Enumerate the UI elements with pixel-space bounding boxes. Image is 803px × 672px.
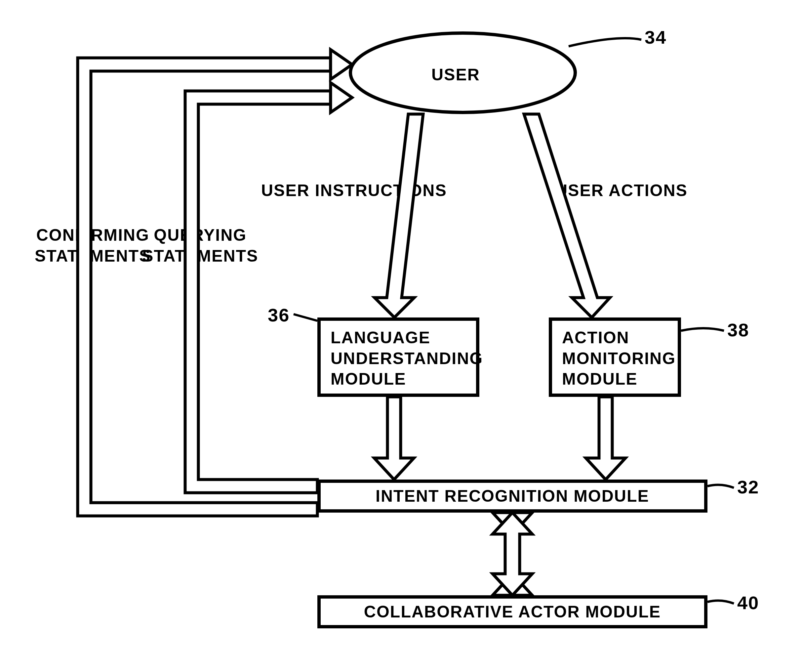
- ref-collab: 40: [737, 592, 759, 613]
- svg-marker-12: [331, 50, 352, 80]
- collab-module-text: COLLABORATIVE ACTOR MODULE: [331, 602, 694, 622]
- confirming-statements-label: CONFIRMINGSTATEMENTS: [35, 225, 151, 266]
- language-understanding-module: LANGUAGEUNDERSTANDINGMODULE: [317, 317, 480, 397]
- svg-marker-6: [524, 114, 610, 317]
- arrow-user-actions: [524, 114, 610, 317]
- intent-module-text: INTENT RECOGNITION MODULE: [331, 486, 694, 507]
- querying-statements-label: QUERYINGSTATEMENTS: [142, 225, 258, 266]
- action-module-text: ACTIONMONITORINGMODULE: [562, 327, 676, 390]
- diagram-canvas: USER LANGUAGEUNDERSTANDINGMODULE ACTIONM…: [0, 0, 803, 672]
- arrow-intent-collab-clean: [493, 513, 532, 595]
- arrow-action-to-intent: [586, 397, 626, 480]
- intent-recognition-module: INTENT RECOGNITION MODULE: [317, 480, 707, 513]
- ref-user: 34: [645, 26, 666, 48]
- ref-intent: 32: [737, 476, 759, 498]
- language-module-text: LANGUAGEUNDERSTANDINGMODULE: [331, 327, 483, 390]
- svg-marker-7: [374, 397, 414, 480]
- arrow-querying: [185, 83, 352, 493]
- user-actions-label: USER ACTIONS: [555, 180, 688, 201]
- svg-marker-13: [331, 83, 352, 112]
- svg-rect-10: [506, 532, 519, 576]
- arrow-language-to-intent: [374, 397, 414, 480]
- arrow-user-instructions: [375, 114, 423, 317]
- user-instructions-label: USER INSTRUCTIONS: [261, 180, 447, 201]
- svg-marker-11: [493, 574, 532, 595]
- svg-marker-8: [586, 397, 626, 480]
- svg-line-1: [294, 314, 317, 321]
- svg-marker-9: [493, 513, 532, 534]
- ref-action: 38: [727, 319, 749, 341]
- arrow-intent-collab: [493, 513, 532, 595]
- ref-language: 36: [268, 304, 289, 326]
- svg-marker-5: [375, 114, 423, 317]
- arrow-confirming: [78, 50, 352, 516]
- collaborative-actor-module: COLLABORATIVE ACTOR MODULE: [317, 595, 707, 628]
- action-monitoring-module: ACTIONMONITORINGMODULE: [549, 317, 681, 397]
- user-label: USER: [431, 65, 480, 85]
